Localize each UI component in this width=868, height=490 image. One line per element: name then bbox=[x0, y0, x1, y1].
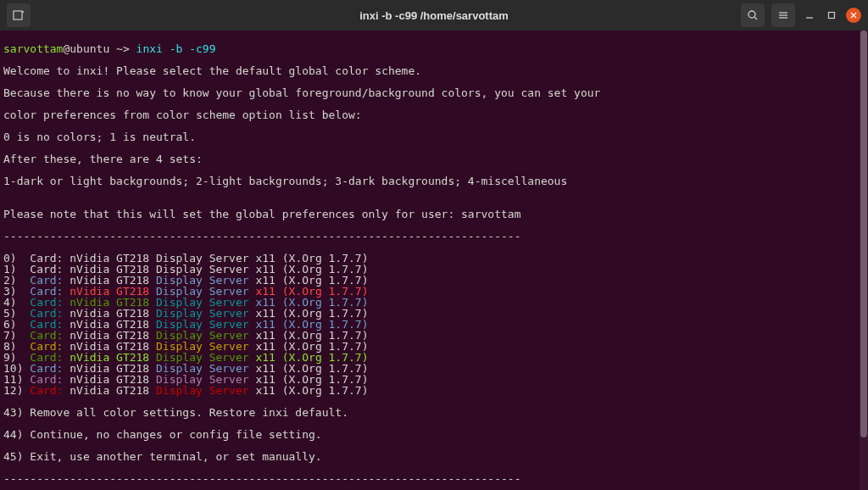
intro-line: After these, there are 4 sets: bbox=[3, 153, 865, 164]
divider: ----------------------------------------… bbox=[3, 231, 865, 242]
minimize-button[interactable] bbox=[802, 8, 817, 23]
option-line: 43) Remove all color settings. Restore i… bbox=[3, 407, 865, 418]
intro-line: Because there is no way to know your glo… bbox=[3, 87, 865, 98]
intro-line: color preferences from color scheme opti… bbox=[3, 109, 865, 120]
scrollbar[interactable] bbox=[860, 31, 868, 490]
minimize-icon bbox=[805, 11, 814, 19]
intro-line: Please note that this will set the globa… bbox=[3, 209, 865, 220]
prompt-host: @ubuntu bbox=[63, 42, 109, 55]
scrollbar-thumb[interactable] bbox=[860, 31, 867, 437]
terminal-output[interactable]: sarvottam@ubuntu ~> inxi -b -c99 Welcome… bbox=[0, 31, 868, 490]
prompt-command: inxi -b -c99 bbox=[136, 42, 216, 55]
close-button[interactable] bbox=[846, 8, 861, 23]
color-scheme-list: 0) Card: nVidia GT218 Display Server x11… bbox=[3, 253, 865, 396]
menu-button[interactable] bbox=[771, 3, 795, 27]
prompt-user: sarvottam bbox=[3, 42, 63, 55]
option-line: 44) Continue, no changes or config file … bbox=[3, 429, 865, 440]
hamburger-icon bbox=[777, 9, 789, 21]
new-tab-icon bbox=[12, 8, 25, 22]
close-icon bbox=[849, 11, 858, 19]
intro-line: 0 is no colors; 1 is neutral. bbox=[3, 131, 865, 142]
svg-point-3 bbox=[748, 11, 755, 18]
prompt-sep: ~> bbox=[109, 42, 136, 55]
maximize-icon bbox=[827, 11, 836, 19]
maximize-button[interactable] bbox=[824, 8, 839, 23]
window-title: inxi -b -c99 /home/sarvottam bbox=[359, 9, 509, 22]
color-scheme-row: 12) Card: nVidia GT218 Display Server x1… bbox=[3, 385, 865, 396]
svg-rect-9 bbox=[829, 13, 835, 19]
divider: ----------------------------------------… bbox=[3, 473, 865, 484]
prompt-line: sarvottam@ubuntu ~> inxi -b -c99 bbox=[3, 43, 865, 54]
new-tab-button[interactable] bbox=[7, 3, 31, 27]
option-line: 45) Exit, use another terminal, or set m… bbox=[3, 451, 865, 462]
search-icon bbox=[747, 9, 759, 21]
svg-rect-0 bbox=[14, 11, 22, 19]
search-button[interactable] bbox=[741, 3, 765, 27]
titlebar: inxi -b -c99 /home/sarvottam bbox=[0, 0, 868, 31]
intro-line: Welcome to inxi! Please select the defau… bbox=[3, 65, 865, 76]
intro-line: 1-dark or light backgrounds; 2-light bac… bbox=[3, 175, 865, 187]
svg-line-4 bbox=[754, 17, 757, 19]
